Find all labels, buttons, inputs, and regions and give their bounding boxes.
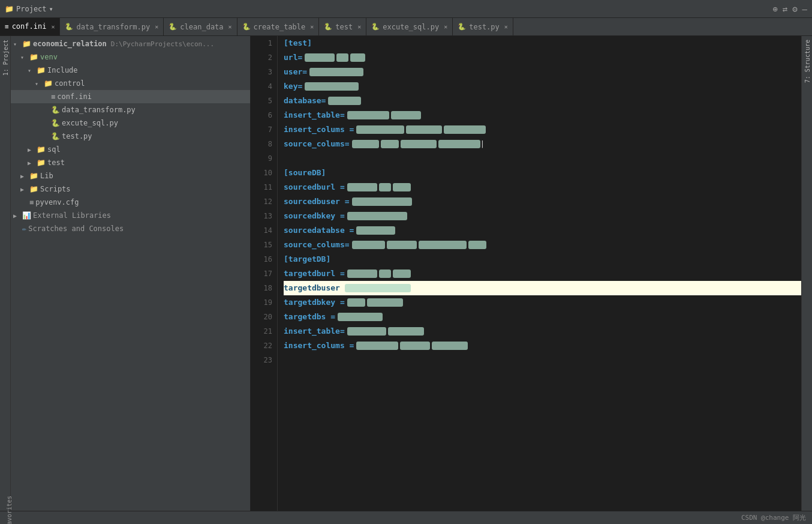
sync-icon[interactable]: ⇄: [783, 4, 787, 14]
tab-data-transform-label: data_transform.py: [76, 23, 150, 31]
tree-item-test-py[interactable]: 🐍 test.py: [11, 130, 250, 143]
tab-create-table-label: create_table: [254, 23, 306, 31]
code-line-2: url=: [284, 50, 801, 65]
line15-value4: [468, 241, 486, 249]
scratches-icon: ✏: [22, 224, 26, 233]
tab-test-py-close[interactable]: ✕: [504, 23, 508, 30]
tree-item-excute-sql[interactable]: 🐍 excute_sql.py: [11, 116, 250, 130]
tab-create-table-close[interactable]: ✕: [310, 23, 314, 30]
create-table-icon: 🐍: [242, 23, 251, 31]
line13-key: sourcedbkey =: [284, 209, 345, 223]
code-line-3: user=: [284, 65, 801, 79]
excute-sql-icon: 🐍: [371, 23, 380, 31]
data-transform-icon: 🐍: [65, 23, 73, 31]
tree-item-scripts[interactable]: ▶ 📁 Scripts: [11, 182, 250, 196]
file-tree: ▾ 📁 economic_relation D:\PycharmProjects…: [11, 36, 250, 511]
code-line-12: sourcedbuser =: [284, 194, 801, 209]
line8-value: [352, 140, 379, 148]
line4-value: [305, 82, 359, 91]
line6-key: insert_table=: [284, 108, 345, 122]
line15-key: source_colums=: [284, 238, 350, 252]
tree-item-include[interactable]: ▾ 📁 Include: [11, 64, 250, 77]
pyvenv-label: pyvenv.cfg: [35, 198, 79, 206]
tab-test-close[interactable]: ✕: [357, 23, 361, 30]
excute-sql-file-icon: 🐍: [51, 119, 60, 127]
tree-item-sql[interactable]: ▶ 📁 sql: [11, 143, 250, 156]
line-num-21: 21: [251, 324, 277, 339]
tab-test-py[interactable]: 🐍 test.py ✕: [453, 18, 513, 35]
add-icon[interactable]: ⊕: [772, 4, 777, 14]
test-icon: 🐍: [324, 23, 332, 31]
tree-item-scratches[interactable]: ✏ Scratches and Consoles: [11, 222, 250, 235]
tree-item-test-folder[interactable]: ▶ 📁 test: [11, 156, 250, 169]
line13-value: [347, 212, 407, 220]
line12-value: [352, 197, 412, 206]
lib-label: Lib: [40, 172, 53, 180]
line-num-19: 19: [251, 295, 277, 310]
line16-content: [targetDB]: [284, 252, 330, 267]
tab-test[interactable]: 🐍 test ✕: [319, 18, 366, 35]
include-label: Include: [47, 66, 78, 74]
tab-conf-ini-label: conf.ini: [12, 22, 47, 31]
line6-value2: [391, 111, 421, 119]
code-line-20: targetdbs =: [284, 310, 801, 324]
tab-clean-data[interactable]: 🐍 clean_data ✕: [164, 18, 237, 35]
tree-item-pyvenv[interactable]: ≡ pyvenv.cfg: [11, 196, 250, 209]
line-num-3: 3: [251, 65, 277, 79]
pyvenv-icon: ≡: [29, 198, 34, 206]
line8-value2: [381, 140, 399, 148]
tree-item-control[interactable]: ▾ 📁 control: [11, 77, 250, 90]
sql-arrow: ▶: [28, 146, 35, 153]
minimize-icon[interactable]: —: [802, 4, 807, 14]
tree-item-root[interactable]: ▾ 📁 economic_relation D:\PycharmProjects…: [11, 37, 250, 50]
tab-data-transform[interactable]: 🐍 data_transform.py ✕: [60, 18, 164, 35]
line17-value3: [393, 270, 411, 278]
line8-cursor: |: [480, 137, 485, 151]
line-num-12: 12: [251, 194, 277, 209]
test-folder-arrow: ▶: [28, 160, 35, 166]
tree-item-external-libs[interactable]: ▶ 📊 External Libraries: [11, 209, 250, 222]
code-line-5: database=: [284, 94, 801, 108]
favorites-label[interactable]: 2: Favorites: [6, 496, 13, 524]
tree-item-conf-ini[interactable]: ≡ conf.ini: [11, 90, 250, 103]
line12-key: sourcedbuser =: [284, 194, 350, 209]
code-content[interactable]: [test] url= user= key=: [278, 36, 801, 511]
line7-value: [356, 125, 404, 134]
line7-key: insert_colums =: [284, 122, 354, 137]
watermark: CSDN @change 阿光: [741, 513, 806, 522]
bottom-strip: 2: Favorites CSDN @change 阿光: [0, 511, 812, 524]
line19-value2: [367, 298, 403, 307]
control-arrow: ▾: [35, 80, 42, 87]
code-editor[interactable]: 1 2 3 4 5 6 7 8 9 10 11 12 13 14 15 16 1…: [251, 36, 801, 511]
line4-key: key=: [284, 79, 302, 94]
code-line-16: [targetDB]: [284, 252, 801, 267]
line2-key: url=: [284, 50, 302, 65]
structure-side-label[interactable]: 7: Structure: [802, 36, 812, 86]
tree-item-venv[interactable]: ▾ 📁 venv: [11, 50, 250, 64]
tab-conf-ini[interactable]: ≡ conf.ini ✕: [0, 18, 60, 35]
test-folder-label: test: [47, 158, 65, 167]
tab-create-table[interactable]: 🐍 create_table ✕: [237, 18, 320, 35]
line-num-20: 20: [251, 310, 277, 324]
project-side-label[interactable]: 1: Project: [0, 36, 10, 79]
project-selector[interactable]: 📁 Project ▾: [5, 5, 53, 13]
tree-item-lib[interactable]: ▶ 📁 Lib: [11, 169, 250, 182]
line8-value4: [438, 140, 480, 148]
editor-content: 1 2 3 4 5 6 7 8 9 10 11 12 13 14 15 16 1…: [251, 36, 801, 511]
line-num-23: 23: [251, 353, 277, 367]
tree-item-data-transform[interactable]: 🐍 data_transform.py: [11, 103, 250, 116]
tab-excute-sql-close[interactable]: ✕: [444, 23, 447, 30]
project-icon: 📁: [5, 5, 14, 13]
code-line-15: source_colums=: [284, 238, 801, 252]
tab-excute-sql[interactable]: 🐍 excute_sql.py ✕: [366, 18, 453, 35]
settings-icon[interactable]: ⚙: [792, 4, 797, 14]
line19-value: [347, 298, 365, 307]
code-line-9: [284, 151, 801, 166]
test-py-file-label: test.py: [62, 132, 92, 140]
control-label: control: [55, 79, 85, 88]
tab-conf-ini-close[interactable]: ✕: [51, 23, 55, 30]
ext-libs-arrow: ▶: [13, 212, 20, 219]
line-numbers: 1 2 3 4 5 6 7 8 9 10 11 12 13 14 15 16 1…: [251, 36, 278, 511]
tab-data-transform-close[interactable]: ✕: [155, 23, 158, 30]
tab-clean-data-close[interactable]: ✕: [228, 23, 232, 30]
